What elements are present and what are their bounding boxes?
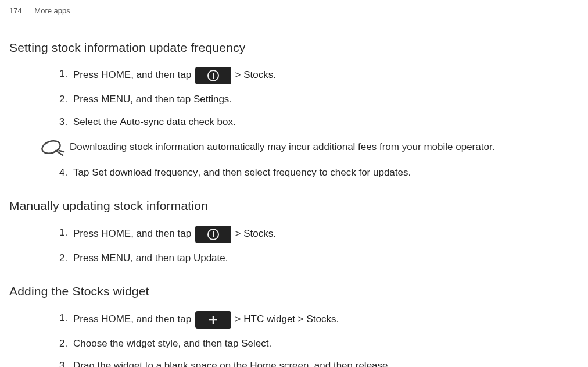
section-title: Setting stock information update frequen… <box>9 39 579 56</box>
text: , and then select frequency to check for… <box>198 167 411 178</box>
page-header: 174 More apps <box>9 0 579 22</box>
list-item: 3. Drag the widget to a blank space on t… <box>73 359 579 367</box>
ordered-list-cont: 4. Tap Set download frequency, and then … <box>73 166 579 180</box>
text: > <box>232 228 243 239</box>
text: . <box>273 228 276 239</box>
text: . <box>336 313 339 325</box>
list-item: 2. Press MENU, and then tap Update. <box>73 251 579 266</box>
item-number: 1. <box>59 67 67 81</box>
list-item: 4. Tap Set download frequency, and then … <box>73 166 579 180</box>
text: > <box>232 313 243 325</box>
text-bold: Stocks <box>243 228 273 239</box>
text-bold: Settings <box>193 94 229 105</box>
apps-icon <box>195 226 231 243</box>
text: Press HOME, and then tap <box>73 70 194 81</box>
item-number: 2. <box>59 251 67 266</box>
text: . <box>273 70 276 81</box>
list-item: 3. Select the Auto-sync data check box. <box>73 115 579 130</box>
item-number: 4. <box>59 166 67 180</box>
text: Press MENU, and then tap <box>73 94 193 105</box>
ordered-list: 1. Press HOME, and then tap > Stocks. 2.… <box>73 67 579 129</box>
list-item: 1. Press HOME, and then tap > Stocks. <box>73 67 579 84</box>
text: Select the <box>73 116 120 127</box>
note-callout: Downloading stock information automatica… <box>38 138 579 158</box>
text: Tap <box>73 167 92 178</box>
text: . <box>268 338 271 349</box>
list-item: 2. Press MENU, and then tap Settings. <box>73 92 579 107</box>
text: . <box>225 252 228 263</box>
item-number: 2. <box>59 337 67 351</box>
section-title: Manually updating stock information <box>9 197 579 215</box>
text-bold: Stocks <box>306 313 336 325</box>
list-item: 2. Choose the widget style, and then tap… <box>73 337 579 351</box>
text: Press MENU, and then tap <box>73 252 193 263</box>
text: check box. <box>186 116 236 127</box>
text-bold: Set download frequency <box>92 167 198 178</box>
text: Press HOME, and then tap <box>73 313 194 325</box>
apps-icon <box>195 67 231 84</box>
item-number: 3. <box>59 359 67 367</box>
section-name: More apps <box>34 6 70 15</box>
list-item: 1. Press HOME, and then tap > Stocks. <box>73 226 579 243</box>
item-number: 3. <box>59 115 67 130</box>
plus-icon <box>195 311 231 329</box>
ordered-list: 1. Press HOME, and then tap > HTC widget… <box>73 311 579 367</box>
text-bold: Auto-sync data <box>120 116 185 127</box>
note-text: Downloading stock information automatica… <box>70 140 494 155</box>
text: Drag the widget to a blank space on the … <box>73 360 390 367</box>
item-number: 1. <box>59 226 67 240</box>
ordered-list: 1. Press HOME, and then tap > Stocks. 2.… <box>73 226 579 266</box>
list-item: 1. Press HOME, and then tap > HTC widget… <box>73 311 579 329</box>
text-bold: Select <box>241 338 268 349</box>
page-number: 174 <box>9 6 22 15</box>
section-title: Adding the Stocks widget <box>9 283 579 300</box>
text: > <box>295 313 306 325</box>
text-bold: Update <box>193 252 225 263</box>
text: Choose the widget style, and then tap <box>73 338 241 349</box>
text: Press HOME, and then tap <box>73 228 194 239</box>
item-number: 2. <box>59 92 67 107</box>
text-bold: HTC widget <box>243 313 295 325</box>
note-icon <box>38 138 66 158</box>
text-bold: Stocks <box>243 70 273 81</box>
text: > <box>232 70 243 81</box>
item-number: 1. <box>59 311 67 326</box>
text: . <box>229 94 232 105</box>
